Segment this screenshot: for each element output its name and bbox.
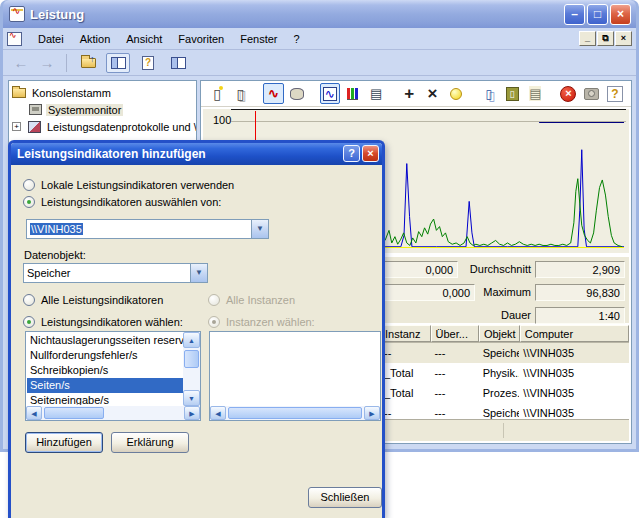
up-one-level-icon[interactable] (76, 53, 100, 73)
dialog-help-icon[interactable]: ? (343, 145, 360, 162)
legend-cell: _Total (380, 387, 430, 399)
back-icon[interactable]: ← (11, 54, 31, 71)
clear-display-icon[interactable] (230, 83, 250, 104)
scroll-left-icon[interactable]: ◀ (26, 406, 42, 420)
legend-row[interactable]: _Total---Prozes...\\VINH035 (380, 383, 629, 403)
paste-counter-list-icon[interactable] (502, 83, 522, 104)
legend-cell: \\VINH035 (519, 367, 629, 379)
forward-icon[interactable]: → (37, 54, 57, 71)
new-counter-set-icon[interactable] (207, 83, 227, 104)
scroll-up-icon[interactable]: ▲ (183, 332, 200, 348)
vscroll-thumb[interactable] (184, 350, 199, 368)
legend-cell: Speicher (479, 407, 520, 419)
radio-all-counters-label: Alle Leistungsindikatoren (41, 294, 163, 306)
delete-counter-icon[interactable] (422, 83, 442, 104)
radio-select-from-circle[interactable] (23, 196, 35, 208)
scroll-right-icon[interactable]: ▶ (364, 406, 380, 420)
data-object-combobox-value: Speicher (24, 267, 190, 279)
counter-list-vscrollbar[interactable]: ▲ ▼ (183, 332, 200, 406)
instance-list-hscrollbar[interactable]: ◀ ▶ (210, 406, 380, 420)
radio-select-from[interactable]: Leistungsindikatoren auswählen von: (23, 196, 221, 208)
properties-icon[interactable] (525, 83, 545, 104)
freeze-display-icon[interactable] (558, 83, 578, 104)
view-graph-icon[interactable] (320, 83, 340, 104)
legend-row[interactable]: -----Speicher\\VINH035 (380, 343, 629, 363)
highlight-icon[interactable] (446, 83, 466, 104)
tree-item-folder[interactable]: Konsolenstamm (9, 84, 196, 101)
view-current-activity-icon[interactable] (263, 83, 283, 104)
radio-select-instances: Instanzen wählen: (208, 316, 315, 328)
counter-listbox[interactable]: Nichtauslagerungsseiten reserviNullforde… (25, 331, 201, 421)
counter-list-item[interactable]: Nullforderungsfehler/s (27, 348, 183, 363)
explain-button[interactable]: Erklärung (111, 432, 189, 453)
legend-column-instance[interactable]: Instanz (380, 325, 431, 342)
legend-row[interactable]: _Total---Physik...\\VINH035 (380, 363, 629, 383)
tree-item-logs[interactable]: +Leistungsdatenprotokolle und \ (9, 118, 196, 135)
hscroll-thumb[interactable] (44, 407, 104, 419)
counter-list-item[interactable]: Seiteneingabe/s (27, 393, 183, 405)
counter-list-item[interactable]: Seiten/s (27, 378, 183, 393)
legend-cell: -- (380, 407, 430, 419)
legend-column-over[interactable]: Über... (431, 325, 479, 342)
duration-value-field: 1:40 (535, 307, 625, 324)
legend-cell: --- (430, 367, 478, 379)
legend-cell: Speicher (479, 347, 520, 359)
dialog-titlebar[interactable]: Leistungsindikatoren hinzufügen ? × (11, 143, 382, 165)
help-topics-icon[interactable] (136, 53, 160, 73)
menu-item-fenster[interactable]: Fenster (232, 30, 285, 48)
copy-properties-icon[interactable] (479, 83, 499, 104)
window-titlebar[interactable]: Leistung – □ × (3, 0, 636, 28)
window-title: Leistung (30, 7, 84, 22)
radio-local-counters-circle[interactable] (23, 179, 35, 191)
computer-combobox-dropdown-icon[interactable]: ▼ (251, 220, 268, 238)
radio-select-counters-label: Leistungsindikatoren wählen: (41, 316, 183, 328)
counter-legend: InstanzÜber...ObjektComputer -----Speich… (379, 325, 629, 417)
maximize-button[interactable]: □ (587, 4, 608, 25)
menu-item-datei[interactable]: Datei (30, 30, 72, 48)
hscroll-thumb[interactable] (228, 407, 362, 419)
menu-item-aktion[interactable]: Aktion (72, 30, 119, 48)
instance-listbox[interactable]: ◀ ▶ (209, 331, 381, 421)
logs-icon (28, 121, 41, 133)
scroll-right-icon[interactable]: ▶ (184, 406, 200, 420)
radio-local-counters[interactable]: Lokale Leistungsindikatoren verwenden (23, 179, 234, 191)
mdi-close-button[interactable]: × (615, 31, 632, 46)
scroll-left-icon[interactable]: ◀ (210, 406, 226, 420)
data-object-combobox-dropdown-icon[interactable]: ▼ (190, 264, 207, 282)
menu-item-ansicht[interactable]: Ansicht (118, 30, 170, 48)
counter-list-item[interactable]: Schreibkopien/s (27, 363, 183, 378)
radio-select-instances-circle (208, 316, 220, 328)
legend-column-computer[interactable]: Computer (520, 325, 629, 342)
computer-combobox[interactable]: \\VINH035 ▼ (26, 219, 269, 239)
help-icon[interactable] (605, 83, 625, 104)
update-data-icon[interactable] (582, 83, 602, 104)
menu-item-help[interactable]: ? (286, 30, 308, 48)
close-button[interactable]: × (610, 4, 631, 25)
counter-list-hscrollbar[interactable]: ◀ ▶ (26, 406, 200, 420)
show-hide-pane-icon[interactable] (166, 53, 190, 73)
expand-plus-icon[interactable]: + (12, 122, 21, 131)
dialog-close-icon[interactable]: × (362, 145, 379, 162)
add-button[interactable]: Hinzufügen (25, 432, 103, 453)
view-log-data-icon[interactable] (287, 83, 307, 104)
view-histogram-icon[interactable] (343, 83, 363, 104)
radio-all-counters-circle[interactable] (23, 294, 35, 306)
legend-column-object[interactable]: Objekt (479, 325, 520, 342)
minimize-button[interactable]: – (564, 4, 585, 25)
tree-item-monitor[interactable]: Systemmonitor (9, 101, 196, 118)
counter-list-item[interactable]: Nichtauslagerungsseiten reservi (27, 333, 183, 348)
scroll-down-icon[interactable]: ▼ (183, 390, 200, 406)
mdi-restore-button[interactable]: ⧉ (597, 31, 614, 46)
radio-all-counters[interactable]: Alle Leistungsindikatoren (23, 294, 163, 306)
radio-select-counters-circle[interactable] (23, 316, 35, 328)
show-hide-console-tree-icon[interactable] (106, 53, 130, 73)
mdi-minimize-button[interactable]: _ (579, 31, 596, 46)
menu-item-favoriten[interactable]: Favoriten (170, 30, 232, 48)
data-object-combobox[interactable]: Speicher ▼ (23, 263, 208, 283)
toolbar-separator (66, 54, 67, 72)
add-counter-icon[interactable] (399, 83, 419, 104)
radio-select-counters[interactable]: Leistungsindikatoren wählen: (23, 316, 183, 328)
menu-bar: DateiAktionAnsichtFavoritenFenster? _ ⧉ … (3, 28, 636, 50)
close-dialog-button[interactable]: Schließen (308, 487, 382, 508)
view-report-icon[interactable] (366, 83, 386, 104)
